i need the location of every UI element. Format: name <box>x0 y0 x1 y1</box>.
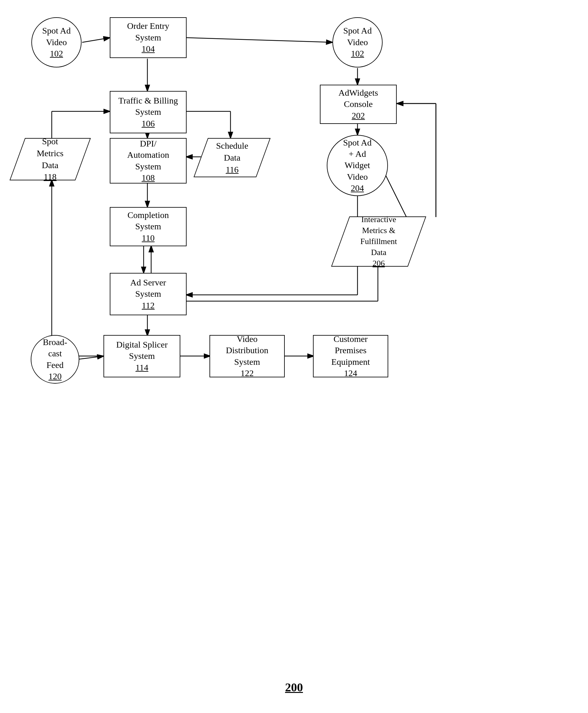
ad-server-ref: 112 <box>142 300 154 311</box>
completion-system: CompletionSystem 110 <box>110 207 187 246</box>
digital-splicer-label: Digital SplicerSystem <box>116 339 167 362</box>
spot-ad-video-right-label: Spot AdVideo <box>343 25 372 48</box>
spot-ad-widget-ref: 204 <box>351 183 364 194</box>
dpi-automation-label: DPI/AutomationSystem <box>127 138 169 172</box>
schedule-data-ref: 116 <box>226 164 239 174</box>
digital-splicer-system: Digital SplicerSystem 114 <box>104 335 180 377</box>
completion-system-label: CompletionSystem <box>127 210 169 232</box>
order-entry-ref: 104 <box>142 43 155 55</box>
interactive-metrics-label: InteractiveMetrics &FulfillmentData <box>360 215 397 257</box>
broadcast-feed: Broad-castFeed 120 <box>31 335 79 384</box>
customer-premises-ref: 124 <box>344 368 357 379</box>
spot-ad-widget-video: Spot Ad+ AdWidgetVideo 204 <box>327 135 388 196</box>
adwidgets-console-ref: 202 <box>352 110 365 121</box>
order-entry-label: Order EntrySystem <box>127 20 169 43</box>
dpi-automation-ref: 108 <box>142 172 155 184</box>
order-entry-system: Order EntrySystem 104 <box>110 17 187 58</box>
traffic-billing-label: Traffic & BillingSystem <box>119 95 178 118</box>
interactive-metrics-ref: 206 <box>373 259 385 268</box>
spot-ad-video-left: Spot Ad Video 102 <box>31 17 82 67</box>
video-distribution-system: VideoDistributionSystem 122 <box>209 335 285 377</box>
interactive-metrics: InteractiveMetrics &FulfillmentData 206 <box>340 216 417 267</box>
customer-premises-label: CustomerPremisesEquipment <box>332 333 370 368</box>
schedule-data: ScheduleData 116 <box>201 138 264 177</box>
ad-server-system: Ad ServerSystem 112 <box>110 273 187 315</box>
spot-metrics-data: SpotMetricsData 118 <box>17 138 83 181</box>
spot-ad-video-right: Spot AdVideo 102 <box>332 17 383 67</box>
adwidgets-console: AdWidgetsConsole 202 <box>320 85 397 124</box>
spot-ad-video-left-ref: 102 <box>50 48 63 59</box>
arrows-svg <box>0 0 588 713</box>
svg-line-22 <box>79 356 104 359</box>
svg-line-3 <box>186 38 333 42</box>
schedule-data-label: ScheduleData <box>216 141 248 163</box>
dpi-automation-system: DPI/AutomationSystem 108 <box>110 138 187 184</box>
broadcast-feed-label: Broad-castFeed <box>43 337 67 371</box>
figure-label: 200 <box>0 680 588 694</box>
digital-splicer-ref: 114 <box>135 362 148 373</box>
spot-ad-video-left-label: Spot Ad Video <box>32 25 81 48</box>
ad-server-label: Ad ServerSystem <box>130 277 166 300</box>
traffic-billing-ref: 106 <box>142 118 155 129</box>
spot-metrics-ref: 118 <box>44 172 57 182</box>
traffic-billing-system: Traffic & BillingSystem 106 <box>110 91 187 133</box>
broadcast-feed-ref: 120 <box>49 371 62 382</box>
spot-metrics-label: SpotMetricsData <box>37 137 64 170</box>
video-distribution-label: VideoDistributionSystem <box>226 333 268 368</box>
diagram-container: Spot Ad Video 102 Order EntrySystem 104 … <box>0 0 588 713</box>
customer-premises-equipment: CustomerPremisesEquipment 124 <box>313 335 388 377</box>
spot-ad-widget-label: Spot Ad+ AdWidgetVideo <box>343 137 372 183</box>
adwidgets-console-label: AdWidgetsConsole <box>338 87 378 110</box>
completion-system-ref: 110 <box>142 232 154 244</box>
video-distribution-ref: 122 <box>240 368 254 379</box>
figure-label-text: 200 <box>285 681 303 694</box>
svg-line-2 <box>82 38 110 42</box>
spot-ad-video-right-ref: 102 <box>351 48 364 59</box>
